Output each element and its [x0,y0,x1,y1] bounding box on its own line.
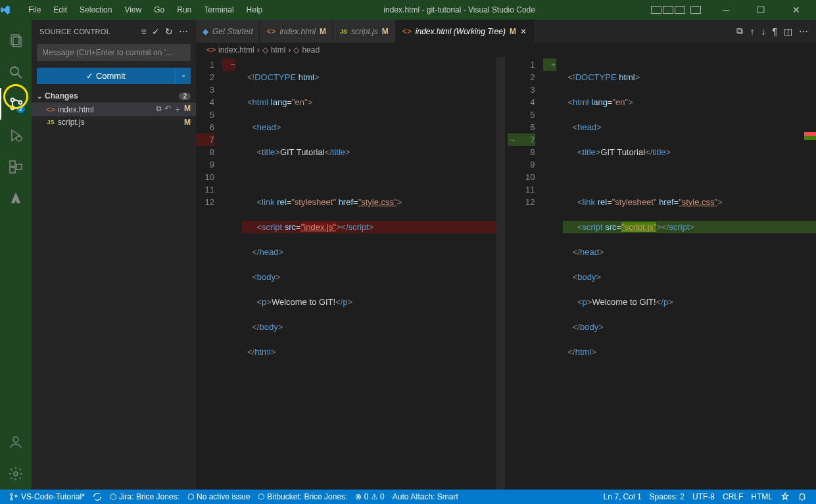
layout-icon-3[interactable] [675,6,685,14]
explorer-icon[interactable] [0,25,32,57]
breadcrumb[interactable]: <> index.html › ◇ html › ◇ head [196,43,816,57]
html-file-icon: <> [45,105,57,114]
breadcrumb-head[interactable]: head [302,45,320,55]
tab-index-html-working-tree[interactable]: <> index.html (Working Tree) M ✕ [396,20,534,43]
more-actions-icon[interactable]: ⋯ [179,26,188,37]
next-change-icon[interactable]: ↓ [761,26,765,37]
diff-modified-pane[interactable]: → 123456789101112 + <!DOCTYPE html> <htm… [508,57,817,490]
bitbucket-status[interactable]: ⬡Bitbucket: Brice Jones: [254,492,351,501]
tab-label: Get Started [212,27,252,36]
svg-point-2 [11,67,18,75]
layout-icon-2[interactable] [663,6,673,14]
search-icon[interactable] [0,57,32,88]
svg-point-13 [11,493,12,495]
menu-file[interactable]: File [23,3,46,17]
title-bar: File Edit Selection View Go Run Terminal… [0,0,816,20]
branch-status[interactable]: VS-Code-Tutorial* [5,492,89,501]
notifications-icon[interactable] [794,492,811,501]
atlassian-icon[interactable] [0,183,32,214]
menu-terminal[interactable]: Terminal [199,3,239,17]
maximize-button[interactable]: ☐ [746,5,776,15]
refresh-icon[interactable]: ↻ [165,26,173,37]
encoding-status[interactable]: UTF-8 [688,492,719,501]
vscode-icon: ◆ [203,27,208,36]
tab-get-started[interactable]: ◆ Get Started [196,20,260,43]
jira-status[interactable]: ⬡Jira: Brice Jones: [106,492,183,501]
svg-line-3 [18,74,22,78]
account-icon[interactable] [0,426,32,458]
source-control-icon[interactable]: 2 [0,88,32,120]
menu-go[interactable]: Go [149,3,170,17]
close-button[interactable]: ✕ [781,5,811,15]
commit-check-icon[interactable]: ✓ [152,26,160,37]
code-modified[interactable]: <!DOCTYPE html> <html lang="en"> <head> … [563,57,817,490]
window-controls: ─ ☐ ✕ [651,5,816,15]
breadcrumb-file[interactable]: index.html [218,45,254,55]
minimize-button[interactable]: ─ [711,5,741,15]
scrollbar[interactable] [496,57,505,490]
run-debug-icon[interactable] [0,120,32,151]
settings-icon[interactable] [0,458,32,490]
eol-status[interactable]: CRLF [719,492,747,501]
more-icon[interactable]: ⋯ [799,26,808,37]
svg-point-7 [16,136,22,141]
modified-indicator: M [320,27,326,36]
window-title: index.html - git-tutorial - Visual Studi… [268,5,651,14]
auto-attach-status[interactable]: Auto Attach: Smart [389,492,462,501]
feedback-icon[interactable] [777,492,794,501]
menu-help[interactable]: Help [241,3,268,17]
diff-overview-ruler[interactable] [804,57,816,490]
cursor-position[interactable]: Ln 7, Col 1 [600,492,646,501]
commit-dropdown-button[interactable]: ⌄ [175,68,191,84]
svg-point-11 [13,437,18,442]
tab-label: index.html [279,27,316,36]
stage-changes-icon[interactable]: ＋ [174,104,181,115]
changes-section-header[interactable]: ⌄ Changes 2 [32,89,196,103]
modified-indicator: M [510,27,516,36]
layout-icon-1[interactable] [651,6,661,14]
activity-bar: 2 [0,20,32,490]
language-status[interactable]: HTML [747,492,777,501]
layout-icon-4[interactable] [690,6,701,14]
changed-file-index-html[interactable]: <> index.html ⧉ ↶ ＋ M [32,103,196,116]
changes-label: Changes [45,91,78,101]
tab-script-js[interactable]: JS script.js M [333,20,396,43]
js-file-icon: JS [340,28,347,35]
indentation-status[interactable]: Spaces: 2 [646,492,688,501]
split-editor-icon[interactable]: ◫ [784,26,792,37]
close-tab-icon[interactable]: ✕ [520,27,527,36]
changes-count-badge: 2 [179,93,191,100]
view-tree-icon[interactable]: ≡ [141,26,147,37]
issue-status[interactable]: ⬡No active issue [183,492,254,501]
breadcrumb-html[interactable]: html [271,45,286,55]
discard-changes-icon[interactable]: ↶ [164,104,171,115]
prev-change-icon[interactable]: ↑ [750,26,754,37]
tab-index-html[interactable]: <> index.html M [260,20,333,43]
extensions-icon[interactable] [0,151,32,183]
main-menu: File Edit Selection View Go Run Terminal… [23,3,268,17]
go-to-file-icon[interactable]: ⧉ [736,26,743,37]
menu-view[interactable]: View [119,3,147,17]
file-name: index.html [58,105,156,114]
whitespace-icon[interactable]: ¶ [772,26,777,37]
scm-badge: 2 [16,105,25,113]
diff-markers: − [222,57,242,490]
tab-label: index.html (Working Tree) [416,27,506,36]
menu-selection[interactable]: Selection [74,3,117,17]
sync-status[interactable] [89,492,106,501]
menu-edit[interactable]: Edit [48,3,72,17]
chevron-down-icon: ⌄ [37,93,42,100]
commit-button[interactable]: ✓ Commit [37,68,175,84]
diff-original-pane[interactable]: 123456789101112 − <!DOCTYPE html> <html … [196,57,505,490]
modified-indicator: M [382,27,389,36]
problems-status[interactable]: ⊗ 0 ⚠ 0 [351,492,388,501]
changed-file-script-js[interactable]: JS script.js M [32,116,196,128]
code-original[interactable]: <!DOCTYPE html> <html lang="en"> <head> … [242,57,505,490]
menu-run[interactable]: Run [172,3,197,17]
svg-rect-9 [10,168,15,173]
open-file-icon[interactable]: ⧉ [156,104,162,115]
diff-editor[interactable]: 123456789101112 − <!DOCTYPE html> <html … [196,57,816,490]
element-icon: ◇ [262,45,268,55]
commit-message-input[interactable]: Message (Ctrl+Enter to commit on '... [37,44,191,61]
svg-point-12 [14,472,18,476]
